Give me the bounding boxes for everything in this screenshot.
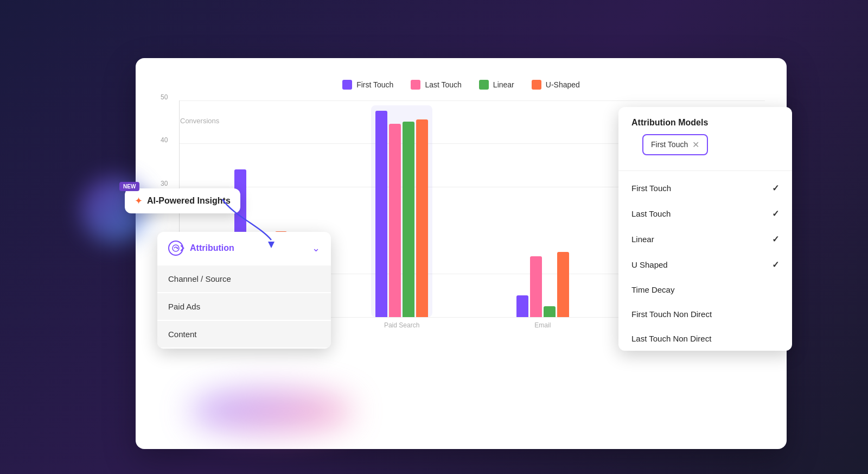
- legend-item-ushaped: U-Shaped: [532, 80, 580, 90]
- bar-paid-first-touch: [375, 111, 387, 317]
- check-icon-first-touch: ✓: [772, 183, 779, 193]
- legend-dot-linear: [479, 80, 489, 90]
- model-label-linear: Linear: [631, 235, 654, 244]
- main-container: First Touch Last Touch Linear U-Shaped C…: [81, 26, 787, 449]
- svg-point-1: [173, 245, 179, 251]
- bar-label-paid-search: Paid Search: [384, 321, 419, 329]
- bar-email-last-touch: [530, 256, 542, 317]
- arrow-svg: [217, 194, 282, 248]
- bar-email-ushaped: [557, 252, 569, 317]
- model-label-last-touch-non-direct: Last Touch Non Direct: [631, 334, 711, 343]
- legend-label-linear: Linear: [493, 80, 514, 89]
- grid-label-30: 30: [161, 180, 168, 187]
- grid-label-40: 40: [161, 136, 168, 144]
- legend-dot-last-touch: [411, 80, 420, 90]
- bar-email-linear: [544, 306, 556, 317]
- model-tag-label: First Touch: [651, 140, 688, 149]
- model-label-first-touch-non-direct: First Touch Non Direct: [631, 309, 712, 319]
- attribution-icon: [168, 241, 183, 256]
- svg-point-2: [177, 247, 178, 249]
- model-item-first-touch-non-direct[interactable]: First Touch Non Direct: [618, 302, 792, 326]
- model-label-last-touch: Last Touch: [631, 209, 671, 218]
- legend-label-first-touch: First Touch: [356, 80, 393, 89]
- legend-label-last-touch: Last Touch: [425, 80, 461, 89]
- model-item-linear[interactable]: Linear ✓: [618, 226, 792, 252]
- bar-paid-last-touch: [389, 124, 401, 317]
- svg-marker-0: [268, 242, 275, 248]
- bar-paid-ushaped: [416, 119, 428, 317]
- star-icon: ✦: [135, 195, 143, 207]
- model-label-ushaped: U Shaped: [631, 260, 668, 269]
- legend-dot-ushaped: [532, 80, 541, 90]
- model-label-time-decay: Time Decay: [631, 285, 674, 294]
- panel-title: Attribution Models: [618, 107, 792, 134]
- legend-item-last-touch: Last Touch: [411, 80, 461, 90]
- dropdown-item-channel-source[interactable]: Channel / Source: [157, 266, 331, 292]
- bar-group-paid-search: Paid Search: [375, 111, 428, 317]
- panel-divider: [618, 170, 792, 171]
- model-item-time-decay[interactable]: Time Decay: [618, 277, 792, 302]
- check-icon-last-touch: ✓: [772, 208, 779, 219]
- check-icon-ushaped: ✓: [772, 260, 779, 270]
- new-badge: NEW: [119, 182, 139, 191]
- model-tag-first-touch: First Touch ✕: [642, 134, 708, 155]
- model-tag-container: First Touch ✕: [618, 134, 792, 170]
- dropdown-menu: Attribution ⌄ Channel / Source Paid Ads …: [157, 232, 331, 349]
- model-item-last-touch-non-direct[interactable]: Last Touch Non Direct: [618, 326, 792, 351]
- chevron-down-icon: ⌄: [312, 242, 320, 254]
- model-item-last-touch[interactable]: Last Touch ✓: [618, 201, 792, 226]
- bar-paid-linear: [403, 122, 414, 317]
- model-item-ushaped[interactable]: U Shaped ✓: [618, 252, 792, 277]
- model-label-first-touch: First Touch: [631, 184, 671, 193]
- bar-email-first-touch: [516, 295, 528, 317]
- dropdown-item-paid-ads[interactable]: Paid Ads: [157, 293, 331, 320]
- check-icon-linear: ✓: [772, 234, 779, 244]
- bar-group-inner-paid-search: [375, 111, 428, 317]
- dropdown-item-content[interactable]: Content: [157, 321, 331, 347]
- legend-item-linear: Linear: [479, 80, 514, 90]
- blob-bottom: [190, 389, 353, 433]
- attribution-panel: Attribution Models First Touch ✕ First T…: [618, 107, 792, 351]
- bar-label-email: Email: [534, 321, 551, 329]
- legend-label-ushaped: U-Shaped: [546, 80, 580, 89]
- model-item-first-touch[interactable]: First Touch ✓: [618, 175, 792, 201]
- legend-dot-first-touch: [342, 80, 352, 90]
- legend-item-first-touch: First Touch: [342, 80, 393, 90]
- grid-label-50: 50: [161, 93, 168, 101]
- chart-legend: First Touch Last Touch Linear U-Shaped: [157, 74, 765, 90]
- bar-group-email: Email: [516, 252, 569, 317]
- model-tag-close[interactable]: ✕: [692, 140, 699, 150]
- bar-group-inner-email: [516, 252, 569, 317]
